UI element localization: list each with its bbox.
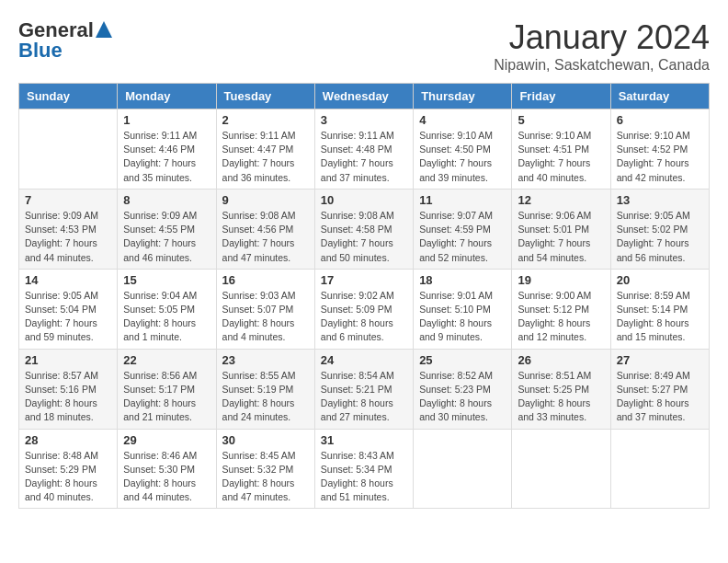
calendar-cell: 23Sunrise: 8:55 AM Sunset: 5:19 PM Dayli… [216, 349, 314, 429]
calendar-cell: 16Sunrise: 9:03 AM Sunset: 5:07 PM Dayli… [216, 269, 314, 349]
calendar-cell [414, 429, 512, 509]
col-header-saturday: Saturday [610, 84, 709, 109]
day-info: Sunrise: 9:11 AM Sunset: 4:47 PM Dayligh… [222, 129, 309, 185]
day-number: 9 [222, 193, 309, 207]
day-number: 1 [123, 113, 210, 127]
day-info: Sunrise: 9:04 AM Sunset: 5:05 PM Dayligh… [123, 289, 210, 345]
calendar-table: SundayMondayTuesdayWednesdayThursdayFrid… [18, 83, 710, 509]
calendar-cell: 12Sunrise: 9:06 AM Sunset: 5:01 PM Dayli… [512, 189, 610, 269]
day-number: 30 [222, 433, 309, 447]
calendar-header-row: SundayMondayTuesdayWednesdayThursdayFrid… [19, 84, 710, 109]
day-info: Sunrise: 8:59 AM Sunset: 5:14 PM Dayligh… [617, 289, 703, 345]
calendar-cell [610, 429, 709, 509]
day-number: 31 [321, 433, 407, 447]
day-number: 15 [123, 273, 210, 287]
calendar-cell: 6Sunrise: 9:10 AM Sunset: 4:52 PM Daylig… [610, 109, 709, 190]
calendar-cell: 22Sunrise: 8:56 AM Sunset: 5:17 PM Dayli… [118, 349, 216, 429]
calendar-cell: 1Sunrise: 9:11 AM Sunset: 4:46 PM Daylig… [118, 109, 216, 190]
day-info: Sunrise: 8:51 AM Sunset: 5:25 PM Dayligh… [518, 369, 604, 425]
logo-icon [96, 21, 112, 38]
title-block: January 2024 Nipawin, Saskatchewan, Cana… [494, 18, 710, 74]
day-info: Sunrise: 8:46 AM Sunset: 5:30 PM Dayligh… [123, 449, 210, 505]
day-info: Sunrise: 9:05 AM Sunset: 5:02 PM Dayligh… [617, 209, 703, 265]
day-info: Sunrise: 9:08 AM Sunset: 4:58 PM Dayligh… [321, 209, 407, 265]
calendar-cell: 24Sunrise: 8:54 AM Sunset: 5:21 PM Dayli… [314, 349, 413, 429]
day-number: 12 [518, 193, 604, 207]
calendar-cell: 9Sunrise: 9:08 AM Sunset: 4:56 PM Daylig… [216, 189, 314, 269]
calendar-cell: 27Sunrise: 8:49 AM Sunset: 5:27 PM Dayli… [610, 349, 709, 429]
col-header-friday: Friday [512, 84, 610, 109]
day-info: Sunrise: 9:02 AM Sunset: 5:09 PM Dayligh… [321, 289, 407, 345]
col-header-thursday: Thursday [414, 84, 512, 109]
calendar-cell: 30Sunrise: 8:45 AM Sunset: 5:32 PM Dayli… [216, 429, 314, 509]
day-info: Sunrise: 9:00 AM Sunset: 5:12 PM Dayligh… [518, 289, 604, 345]
calendar-week-row: 14Sunrise: 9:05 AM Sunset: 5:04 PM Dayli… [19, 269, 710, 349]
calendar-week-row: 21Sunrise: 8:57 AM Sunset: 5:16 PM Dayli… [19, 349, 710, 429]
day-info: Sunrise: 9:01 AM Sunset: 5:10 PM Dayligh… [419, 289, 506, 345]
calendar-cell: 18Sunrise: 9:01 AM Sunset: 5:10 PM Dayli… [414, 269, 512, 349]
calendar-cell: 4Sunrise: 9:10 AM Sunset: 4:50 PM Daylig… [414, 109, 512, 190]
calendar-cell: 7Sunrise: 9:09 AM Sunset: 4:53 PM Daylig… [19, 189, 118, 269]
day-info: Sunrise: 9:06 AM Sunset: 5:01 PM Dayligh… [518, 209, 604, 265]
calendar-cell: 14Sunrise: 9:05 AM Sunset: 5:04 PM Dayli… [19, 269, 118, 349]
col-header-monday: Monday [118, 84, 216, 109]
day-number: 4 [419, 113, 506, 127]
day-number: 8 [123, 193, 210, 207]
calendar-cell: 20Sunrise: 8:59 AM Sunset: 5:14 PM Dayli… [610, 269, 709, 349]
day-info: Sunrise: 8:43 AM Sunset: 5:34 PM Dayligh… [321, 449, 407, 505]
day-info: Sunrise: 9:09 AM Sunset: 4:55 PM Dayligh… [123, 209, 210, 265]
calendar-week-row: 7Sunrise: 9:09 AM Sunset: 4:53 PM Daylig… [19, 189, 710, 269]
day-number: 19 [518, 273, 604, 287]
day-info: Sunrise: 8:45 AM Sunset: 5:32 PM Dayligh… [222, 449, 309, 505]
day-number: 5 [518, 113, 604, 127]
calendar-cell: 3Sunrise: 9:11 AM Sunset: 4:48 PM Daylig… [314, 109, 413, 190]
day-number: 26 [518, 353, 604, 367]
calendar-cell: 2Sunrise: 9:11 AM Sunset: 4:47 PM Daylig… [216, 109, 314, 190]
logo-blue-text: Blue [18, 39, 63, 63]
day-info: Sunrise: 8:52 AM Sunset: 5:23 PM Dayligh… [419, 369, 506, 425]
calendar-cell: 19Sunrise: 9:00 AM Sunset: 5:12 PM Dayli… [512, 269, 610, 349]
day-info: Sunrise: 9:03 AM Sunset: 5:07 PM Dayligh… [222, 289, 309, 345]
day-info: Sunrise: 8:54 AM Sunset: 5:21 PM Dayligh… [321, 369, 407, 425]
col-header-wednesday: Wednesday [314, 84, 413, 109]
day-info: Sunrise: 9:10 AM Sunset: 4:52 PM Dayligh… [617, 129, 703, 185]
day-number: 22 [123, 353, 210, 367]
day-number: 2 [222, 113, 309, 127]
day-number: 23 [222, 353, 309, 367]
day-number: 11 [419, 193, 506, 207]
calendar-cell: 8Sunrise: 9:09 AM Sunset: 4:55 PM Daylig… [118, 189, 216, 269]
calendar-week-row: 1Sunrise: 9:11 AM Sunset: 4:46 PM Daylig… [19, 109, 710, 190]
day-info: Sunrise: 8:49 AM Sunset: 5:27 PM Dayligh… [617, 369, 703, 425]
day-number: 7 [25, 193, 111, 207]
calendar-cell: 31Sunrise: 8:43 AM Sunset: 5:34 PM Dayli… [314, 429, 413, 509]
calendar-cell: 10Sunrise: 9:08 AM Sunset: 4:58 PM Dayli… [314, 189, 413, 269]
day-info: Sunrise: 8:48 AM Sunset: 5:29 PM Dayligh… [25, 449, 111, 505]
day-number: 17 [321, 273, 407, 287]
day-info: Sunrise: 9:08 AM Sunset: 4:56 PM Dayligh… [222, 209, 309, 265]
calendar-cell [19, 109, 118, 190]
day-number: 25 [419, 353, 506, 367]
day-info: Sunrise: 8:56 AM Sunset: 5:17 PM Dayligh… [123, 369, 210, 425]
calendar-cell: 21Sunrise: 8:57 AM Sunset: 5:16 PM Dayli… [19, 349, 118, 429]
calendar-week-row: 28Sunrise: 8:48 AM Sunset: 5:29 PM Dayli… [19, 429, 710, 509]
day-info: Sunrise: 9:11 AM Sunset: 4:48 PM Dayligh… [321, 129, 407, 185]
day-number: 16 [222, 273, 309, 287]
day-number: 28 [25, 433, 111, 447]
col-header-tuesday: Tuesday [216, 84, 314, 109]
day-number: 18 [419, 273, 506, 287]
day-number: 10 [321, 193, 407, 207]
day-info: Sunrise: 9:05 AM Sunset: 5:04 PM Dayligh… [25, 289, 111, 345]
day-number: 3 [321, 113, 407, 127]
month-title: January 2024 [494, 18, 710, 57]
calendar-cell: 15Sunrise: 9:04 AM Sunset: 5:05 PM Dayli… [118, 269, 216, 349]
calendar-cell: 5Sunrise: 9:10 AM Sunset: 4:51 PM Daylig… [512, 109, 610, 190]
calendar-cell: 29Sunrise: 8:46 AM Sunset: 5:30 PM Dayli… [118, 429, 216, 509]
page-header: General Blue January 2024 Nipawin, Saska… [18, 18, 710, 74]
day-info: Sunrise: 9:07 AM Sunset: 4:59 PM Dayligh… [419, 209, 506, 265]
day-info: Sunrise: 9:10 AM Sunset: 4:50 PM Dayligh… [419, 129, 506, 185]
calendar-cell: 11Sunrise: 9:07 AM Sunset: 4:59 PM Dayli… [414, 189, 512, 269]
day-info: Sunrise: 8:55 AM Sunset: 5:19 PM Dayligh… [222, 369, 309, 425]
day-number: 24 [321, 353, 407, 367]
day-number: 14 [25, 273, 111, 287]
day-number: 20 [617, 273, 703, 287]
